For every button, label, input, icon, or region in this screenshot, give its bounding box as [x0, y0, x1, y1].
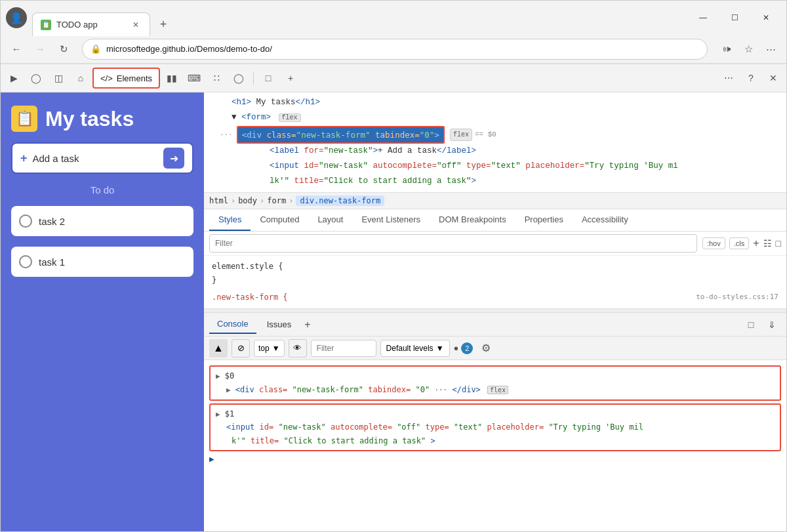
tab-favicon: 📋: [41, 20, 51, 30]
refresh-button[interactable]: ↻: [53, 39, 74, 60]
device-emulation-button[interactable]: ◯: [26, 68, 47, 89]
devtools-toolbar: ▶ ◯ ◫ ⌂ </> Elements ▮▮ ⌨ ∷ ◯ □ + ⋯ ? ✕: [1, 64, 786, 92]
minimize-button[interactable]: —: [688, 7, 718, 28]
console-prompt[interactable]: ▶: [209, 454, 781, 464]
add-task-arrow-icon: ➜: [163, 148, 184, 169]
input-autocomplete-attr: autocomplete=: [331, 422, 392, 432]
back-button[interactable]: ←: [6, 39, 27, 60]
html-selected-line[interactable]: ··· <div class="new-task-form" tabindex=…: [209, 126, 781, 144]
new-style-rule-button[interactable]: □: [776, 238, 781, 249]
console-clear-log-button[interactable]: ⊘: [232, 339, 250, 358]
close-button[interactable]: ✕: [751, 7, 781, 28]
input-type-val: "text": [454, 422, 482, 432]
help-button[interactable]: ?: [740, 68, 761, 89]
tab-properties[interactable]: Properties: [515, 209, 573, 231]
todo-item-task1[interactable]: task 1: [11, 247, 193, 277]
console-badge-area: ● 2: [454, 342, 474, 354]
nav-right-buttons: 🕪 ☆ ⋯: [716, 39, 781, 60]
styles-tabs-bar: Styles Computed Layout Event Listeners D…: [204, 209, 786, 232]
console-sidebar-button[interactable]: ▲: [209, 339, 228, 358]
forward-button[interactable]: →: [30, 39, 50, 60]
nav-bar: ← → ↻ 🔒 microsoftedge.github.io/Demos/de…: [1, 35, 786, 64]
input-tag-close: >: [431, 436, 435, 445]
html-tree: <h1> My tasks</h1> ▼ <form> flex ··· <di…: [204, 92, 786, 193]
tab-dom-breakpoints[interactable]: DOM Breakpoints: [430, 209, 515, 231]
window-controls: — ☐ ✕: [688, 7, 781, 28]
add-console-panel-button[interactable]: +: [302, 316, 313, 333]
console-tab[interactable]: Console: [209, 315, 256, 334]
styles-filter-input[interactable]: [209, 234, 697, 253]
favorites-button[interactable]: ☆: [738, 39, 759, 60]
todo-panel: 📋 My tasks + Add a task ➜ To do task 2 t…: [1, 92, 204, 531]
dollar1-input-cont: k'" title= "Click to start adding a task…: [232, 434, 775, 447]
devtools-panel: <h1> My tasks</h1> ▼ <form> flex ··· <di…: [204, 92, 786, 531]
tab-layout[interactable]: Layout: [308, 209, 352, 231]
add-task-label: Add a task: [33, 153, 79, 164]
add-style-rule-button[interactable]: +: [753, 237, 759, 249]
console-levels-selector[interactable]: Default levels ▼: [380, 340, 450, 357]
div-tabindex-val: "0": [415, 385, 430, 394]
more-tools-button[interactable]: ⋯: [718, 68, 739, 89]
performance-button[interactable]: ⌨: [184, 68, 205, 89]
task1-circle-icon[interactable]: [19, 255, 32, 268]
console-dock-button[interactable]: ⇓: [763, 316, 781, 334]
application-button[interactable]: □: [258, 68, 279, 89]
more-actions-button[interactable]: ⋯: [760, 39, 781, 60]
read-aloud-button[interactable]: 🕪: [716, 39, 737, 60]
home-button[interactable]: ⌂: [70, 68, 91, 89]
elements-tab[interactable]: </> Elements: [92, 68, 160, 89]
profile-icon[interactable]: 👤: [6, 7, 27, 28]
add-panel-button[interactable]: +: [280, 68, 301, 89]
breadcrumb-html[interactable]: html: [209, 196, 228, 205]
input-id-val: "new-task": [279, 422, 326, 432]
computed-style-button[interactable]: ☷: [763, 238, 772, 249]
element-style-text: element.style {: [212, 262, 283, 271]
breadcrumb-form[interactable]: form: [267, 196, 286, 205]
maximize-button[interactable]: ☐: [719, 7, 750, 28]
html-line-h1: <h1> My tasks</h1>: [209, 95, 781, 110]
hov-button[interactable]: :hov: [702, 237, 725, 249]
input-placeholder-val: "Try typing 'Buy mil: [548, 422, 643, 432]
browser-tab[interactable]: 📋 TODO app ✕: [32, 12, 150, 36]
breadcrumb-body[interactable]: body: [238, 196, 257, 205]
input-placeholder-attr: placeholder=: [487, 422, 544, 432]
add-task-button[interactable]: + Add a task ➜: [11, 142, 193, 174]
console-entry-dollar0: ▶ $0 ▶ <div class= "new-task-form" tabin…: [209, 365, 781, 400]
task2-circle-icon[interactable]: [19, 215, 32, 228]
tab-computed[interactable]: Computed: [251, 209, 308, 231]
tab-accessibility[interactable]: Accessibility: [573, 209, 637, 231]
todo-item-task2[interactable]: task 2: [11, 206, 193, 236]
console-drawer-button[interactable]: ▮▮: [161, 68, 182, 89]
inspect-button[interactable]: ▶: [3, 68, 24, 89]
input-title-attr: title=: [251, 436, 279, 445]
issues-tab[interactable]: Issues: [259, 316, 300, 333]
dollar0-arrow: ▶: [216, 372, 220, 380]
div-flex-badge: flex: [487, 386, 508, 394]
dock-button[interactable]: ◫: [48, 68, 69, 89]
console-settings-button[interactable]: ⚙: [477, 339, 495, 358]
tab-event-listeners[interactable]: Event Listeners: [352, 209, 430, 231]
network-button[interactable]: ∷: [206, 68, 227, 89]
address-bar[interactable]: 🔒 microsoftedge.github.io/Demos/demo-to-…: [82, 39, 708, 60]
cls-button[interactable]: .cls: [729, 237, 750, 249]
browser-window: 👤 📋 TODO app ✕ + — ☐ ✕ ← → ↻ 🔒 microsoft…: [0, 0, 787, 532]
todo-favicon-icon: 📋: [11, 106, 37, 132]
console-toolbar: ▲ ⊘ top ▼ 👁 Default levels ▼ ● 2: [204, 337, 786, 360]
element-style-rule: element.style {: [212, 260, 778, 274]
new-tab-button[interactable]: +: [153, 14, 174, 35]
console-eye-button[interactable]: 👁: [289, 339, 307, 358]
console-filter-input[interactable]: [311, 340, 376, 357]
dollar1-line: ▶ $1: [216, 407, 775, 421]
breadcrumb-selected[interactable]: div.new-task-form: [296, 195, 384, 206]
todo-header: 📋 My tasks: [11, 106, 193, 132]
sources-button[interactable]: ◯: [228, 68, 249, 89]
close-devtools-button[interactable]: ✕: [763, 68, 784, 89]
console-clear-button[interactable]: □: [742, 316, 760, 334]
tab-close-button[interactable]: ✕: [130, 19, 142, 31]
div-tag-open: <div: [235, 385, 259, 394]
html-line-input-cont: lk'" title="Click to start adding a task…: [209, 174, 781, 189]
css-origin-label: to-do-styles.css:17: [696, 291, 778, 305]
console-context-selector[interactable]: top ▼: [254, 340, 285, 357]
tab-styles[interactable]: Styles: [209, 209, 251, 231]
html-line-form: ▼ <form> flex: [209, 110, 781, 125]
